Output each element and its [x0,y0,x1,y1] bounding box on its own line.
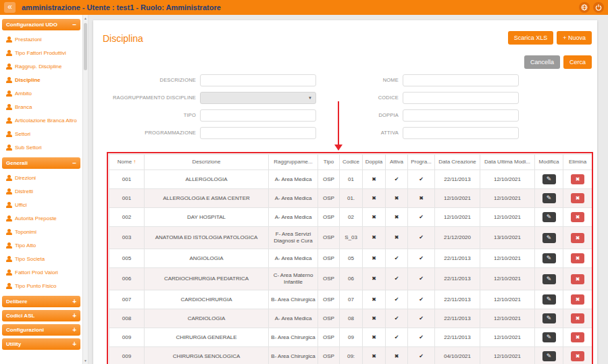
cell-doppia: ✖ [363,328,386,347]
scrollbar-thumb[interactable] [84,23,87,70]
sidebar-item-fattori-prod-valori[interactable]: Fattori Prod Valori [1,266,81,280]
column-header-data-ultima-modi[interactable]: Data Ultima Modi... [480,155,535,170]
sidebar-item-tipo-societa[interactable]: Tipo Societa [1,253,81,266]
sidebar-section-codici-asl[interactable]: Codici ASL+ [2,310,80,321]
cell-attiva: ✔ [386,170,408,189]
sidebar-item-sub-settori[interactable]: Sub Settori [1,141,81,155]
sidebar-item-discipline[interactable]: Discipline [1,74,81,87]
column-header-modifica[interactable]: Modifica [535,155,563,170]
codice-input[interactable] [403,92,519,104]
programmazione-input[interactable] [200,127,316,139]
delete-row-button[interactable]: ✖ [571,332,584,342]
person-icon [6,131,12,137]
search-button[interactable]: Cerca [563,55,592,69]
logout-power-button[interactable] [593,2,604,13]
sidebar-item-label: Toponimi [15,229,36,236]
cell-programmazione: ✔ [408,170,435,189]
cell-data-ultima-modifica: 12/10/2021 [480,189,535,208]
column-label: Elimina [569,159,586,165]
delete-row-button[interactable]: ✖ [571,351,584,361]
cell-tipo: OSP [318,227,340,249]
sidebar-item-autorita-preposte[interactable]: Autorita Preposte [1,212,81,226]
scroll-down-icon[interactable]: ▼ [83,359,88,363]
cell-elimina: ✖ [563,227,592,249]
sidebar-item-direzioni[interactable]: Direzioni [1,172,81,185]
column-label: Descrizione [193,159,221,165]
sidebar-item-articolazione-branca-altro[interactable]: Articolazione Branca Altro [1,114,81,128]
person-icon [6,50,12,56]
cell-tipo: OSP [318,249,340,268]
sidebar-item-uffici[interactable]: Uffici [1,199,81,212]
cell-descrizione: ANGIOLOGIA [145,249,269,268]
delete-row-button[interactable]: ✖ [571,174,584,184]
column-header-doppia[interactable]: Doppia [363,155,386,170]
collapse-sidebar-button[interactable]: « [4,2,16,13]
cell-raggruppamento: B- Area Chirurgica [269,347,318,364]
clear-button[interactable]: Cancella [524,55,560,69]
edit-row-button[interactable]: ✎ [542,332,556,342]
edit-row-button[interactable]: ✎ [542,313,556,323]
column-header-codice[interactable]: Codice [340,155,363,170]
sidebar-section-delibere[interactable]: Delibere+ [2,296,80,307]
delete-row-button[interactable]: ✖ [571,313,584,323]
column-header-progra[interactable]: Progra... [408,155,435,170]
table-row: 005ANGIOLOGIAA- Area MedicaOSP05✖✔✔22/11… [109,249,592,268]
sidebar-item-label: Discipline [15,77,41,84]
person-icon [6,36,12,43]
edit-row-button[interactable]: ✎ [542,233,556,243]
column-header-data-creazione[interactable]: Data Creazione [435,155,480,170]
column-header-attiva[interactable]: Attiva [386,155,408,170]
sidebar-item-tipo-punto-fisico[interactable]: Tipo Punto Fisico [1,280,81,293]
edit-row-button[interactable]: ✎ [542,274,556,284]
edit-row-button[interactable]: ✎ [542,174,556,184]
column-header-descrizione[interactable]: Descrizione [145,155,269,170]
sidebar-section-generali[interactable]: Generali− [2,157,80,169]
column-header-nome[interactable]: Nome↑ [109,155,145,170]
cell-nome: 009 [109,328,145,347]
delete-row-button[interactable]: ✖ [571,233,584,243]
cell-doppia: ✖ [363,249,386,268]
tipo-input[interactable] [200,109,316,122]
sidebar-scrollbar[interactable]: ▲ ▼ [82,15,88,364]
sidebar-item-tipo-fattori-produttivi[interactable]: Tipo Fattori Produttivi [1,47,81,60]
search-form: DESCRIZIONE NOME RAGGRUPPAMENTO DISCIPLI… [93,74,526,139]
column-header-tipo[interactable]: Tipo [318,155,340,170]
edit-row-button[interactable]: ✎ [542,212,556,222]
cell-programmazione: ✔ [408,309,435,328]
sidebar-item-prestazioni[interactable]: Prestazioni [1,33,81,47]
edit-row-button[interactable]: ✎ [542,294,556,305]
table-row: 008CARDIOLOGIAA- Area MedicaOSP08✖✔✔22/1… [109,309,592,328]
edit-row-button[interactable]: ✎ [542,253,556,263]
column-header-raggruppame[interactable]: Raggruppame... [269,155,318,170]
download-xls-button[interactable]: Scarica XLS [508,31,554,45]
sidebar-section-configurazioni-udo[interactable]: Configurazioni UDO− [2,19,80,30]
sidebar-item-ambito[interactable]: Ambito [1,87,81,101]
sidebar-section-utility[interactable]: Utility+ [2,338,80,350]
delete-row-button[interactable]: ✖ [571,253,584,263]
cell-data-ultima-modifica: 13/10/2021 [480,227,535,249]
sidebar-item-branca[interactable]: Branca [1,101,81,114]
delete-row-button[interactable]: ✖ [571,212,584,222]
scroll-up-icon[interactable]: ▲ [83,16,88,20]
sidebar-item-toponimi[interactable]: Toponimi [1,226,81,239]
sidebar-item-distretti[interactable]: Distretti [1,185,81,199]
column-header-elimina[interactable]: Elimina [563,155,592,170]
column-label: Codice [343,159,359,165]
language-globe-button[interactable] [579,2,590,13]
edit-row-button[interactable]: ✎ [542,193,556,203]
new-button[interactable]: + Nuova [557,31,592,45]
doppia-input[interactable] [403,109,519,122]
sidebar-section-configurazioni[interactable]: Configurazioni+ [2,324,80,336]
sidebar-item-settori[interactable]: Settori [1,128,81,141]
sidebar-item-tipo-atto[interactable]: Tipo Atto [1,239,81,253]
raggruppamento-discipline-select[interactable]: ▼ [200,92,316,104]
descrizione-input[interactable] [200,74,316,86]
attiva-input[interactable] [403,127,519,139]
edit-row-button[interactable]: ✎ [542,351,556,361]
delete-row-button[interactable]: ✖ [571,193,584,203]
sidebar-section-label: Generali [6,160,28,166]
delete-row-button[interactable]: ✖ [571,294,584,305]
sidebar-item-raggrup-discipline[interactable]: Raggrup. Discipline [1,60,81,74]
delete-row-button[interactable]: ✖ [571,274,584,284]
nome-input[interactable] [403,74,519,86]
